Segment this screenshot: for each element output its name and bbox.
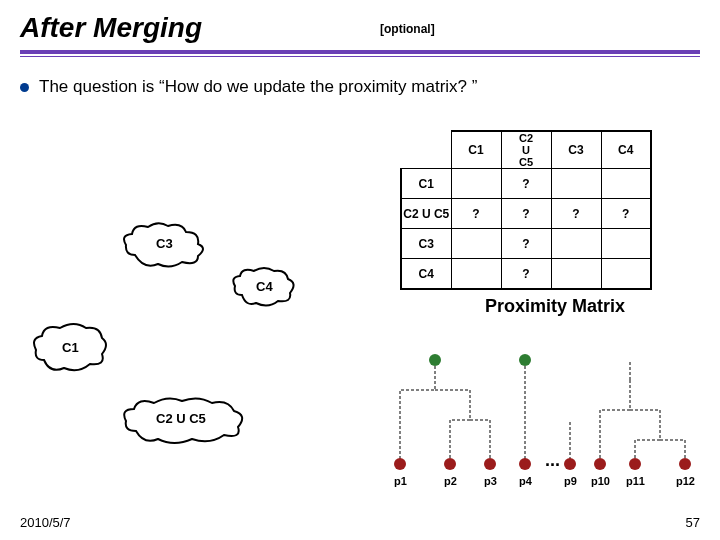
- proximity-matrix: C1 C2UC5 C3 C4 C1 ? C2 U C5 ? ? ? ?: [400, 130, 700, 317]
- row-header: C4: [401, 259, 451, 289]
- row-header: C3: [401, 229, 451, 259]
- matrix-cell: [551, 229, 601, 259]
- svg-point-3: [444, 458, 456, 470]
- svg-point-5: [519, 458, 531, 470]
- svg-point-4: [484, 458, 496, 470]
- title-rule-thin: [20, 56, 700, 57]
- bullet-text: The question is “How do we update the pr…: [39, 77, 477, 97]
- leaf-label: p10: [591, 475, 610, 487]
- col-header: C4: [601, 131, 651, 169]
- col-header: C3: [551, 131, 601, 169]
- page-title: After Merging: [20, 12, 700, 44]
- leaf-label: p12: [676, 475, 695, 487]
- cluster-c4: C4: [230, 265, 300, 312]
- svg-point-0: [429, 354, 441, 366]
- matrix-cell: ?: [601, 199, 651, 229]
- svg-point-7: [594, 458, 606, 470]
- matrix-cell: [551, 259, 601, 289]
- ellipsis: ...: [545, 450, 560, 470]
- leaf-label: p2: [444, 475, 457, 487]
- matrix-cell: [451, 169, 501, 199]
- cluster-c1: C1: [30, 320, 110, 379]
- leaf-label: p4: [519, 475, 533, 487]
- footer-date: 2010/5/7: [20, 515, 71, 530]
- row-header: C1: [401, 169, 451, 199]
- optional-tag: [optional]: [380, 22, 435, 36]
- matrix-cell: [551, 169, 601, 199]
- leaf-label: p1: [394, 475, 407, 487]
- bullet-icon: [20, 83, 29, 92]
- svg-point-6: [564, 458, 576, 470]
- matrix-cell: [451, 259, 501, 289]
- dendrogram: ... p1 p2 p3 p4 p9 p10 p11 p12: [370, 350, 710, 500]
- matrix-cell: [601, 229, 651, 259]
- matrix-cell: ?: [501, 199, 551, 229]
- svg-point-8: [629, 458, 641, 470]
- row-header: C2 U C5: [401, 199, 451, 229]
- cluster-label: C3: [156, 236, 173, 251]
- leaf-label: p9: [564, 475, 577, 487]
- cluster-label: C2 U C5: [156, 411, 206, 426]
- leaf-label: p11: [626, 475, 645, 487]
- footer-page: 57: [686, 515, 700, 530]
- cluster-label: C4: [256, 279, 273, 294]
- matrix-cell: [601, 169, 651, 199]
- matrix-cell: ?: [501, 259, 551, 289]
- matrix-caption: Proximity Matrix: [410, 296, 700, 317]
- leaf-label: p3: [484, 475, 497, 487]
- cluster-c2uc5: C2 U C5: [120, 395, 250, 448]
- svg-point-9: [679, 458, 691, 470]
- matrix-cell: ?: [501, 229, 551, 259]
- svg-point-1: [519, 354, 531, 366]
- cluster-label: C1: [62, 340, 79, 355]
- cluster-c3: C3: [120, 220, 210, 273]
- matrix-cell: ?: [551, 199, 601, 229]
- matrix-cell: [451, 229, 501, 259]
- matrix-cell: [601, 259, 651, 289]
- matrix-cell: ?: [451, 199, 501, 229]
- matrix-cell: ?: [501, 169, 551, 199]
- svg-point-2: [394, 458, 406, 470]
- bullet-item: The question is “How do we update the pr…: [20, 77, 700, 97]
- title-rule: [20, 50, 700, 54]
- col-header: C1: [451, 131, 501, 169]
- col-header: C2UC5: [501, 131, 551, 169]
